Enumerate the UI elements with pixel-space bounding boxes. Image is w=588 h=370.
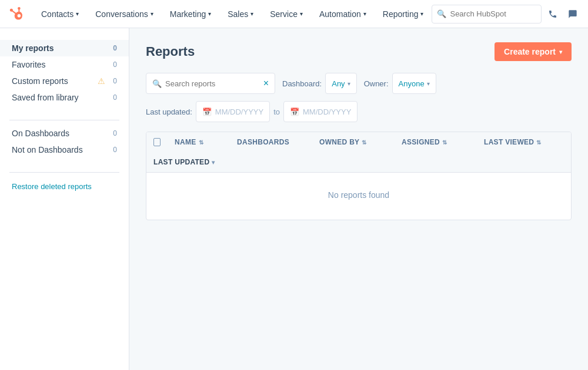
- nav-links: Contacts ▾ Conversations ▾ Marketing ▾ S…: [33, 0, 432, 28]
- table-body: No reports found: [146, 173, 571, 220]
- calendar-icon-2: 📅: [290, 107, 299, 116]
- sidebar-divider: [9, 120, 119, 120]
- header-checkbox-cell[interactable]: [146, 132, 168, 152]
- chevron-down-icon: ▾: [348, 80, 350, 87]
- date-from-input[interactable]: 📅 MM/DD/YYYY: [196, 101, 270, 122]
- sidebar: My reports 0 Favorites 0 Custom reports …: [0, 28, 129, 370]
- nav-sales[interactable]: Sales ▾: [219, 0, 262, 28]
- sort-icon-last-updated: ▾: [212, 159, 215, 166]
- nav-service[interactable]: Service ▾: [262, 0, 311, 28]
- sidebar-item-on-dashboards[interactable]: On Dashboards 0: [0, 125, 129, 142]
- sidebar-dashboards-section: On Dashboards 0 Not on Dashboards 0: [0, 125, 129, 167]
- empty-state-message: No reports found: [146, 173, 571, 217]
- search-clear-icon[interactable]: ×: [263, 78, 269, 89]
- dashboard-filter: Dashboard: Any ▾: [282, 73, 357, 94]
- sidebar-item-favorites[interactable]: Favorites 0: [0, 56, 129, 73]
- chat-icon-button[interactable]: [564, 5, 582, 23]
- nav-right-section: 🔍 IS Inspired Spac ▾: [432, 5, 588, 23]
- sort-icon-assigned: ⇅: [442, 139, 447, 146]
- column-header-dashboards: DASHBOARDS: [230, 132, 312, 152]
- sort-icon-name: ⇅: [199, 139, 203, 146]
- reports-table: NAME ⇅ DASHBOARDS OWNED BY ⇅ ASSIGNED ⇅ …: [146, 132, 572, 220]
- sidebar-item-saved-from-library[interactable]: Saved from library 0: [0, 89, 129, 106]
- sidebar-item-my-reports[interactable]: My reports 0: [0, 40, 129, 56]
- top-navigation: Contacts ▾ Conversations ▾ Marketing ▾ S…: [0, 0, 588, 28]
- column-header-assigned[interactable]: ASSIGNED ⇅: [395, 132, 477, 152]
- page-title: Reports: [146, 44, 195, 59]
- column-header-name[interactable]: NAME ⇅: [168, 132, 230, 152]
- last-updated-filter: Last updated: 📅 MM/DD/YYYY to 📅 MM/DD/YY…: [146, 101, 358, 122]
- date-separator: to: [273, 107, 280, 116]
- sidebar-divider-2: [9, 172, 119, 173]
- page-header: Reports Create report ▾: [146, 42, 572, 61]
- nav-automation[interactable]: Automation ▾: [311, 0, 375, 28]
- hubspot-logo[interactable]: [9, 5, 26, 23]
- chevron-down-icon-2: ▾: [427, 80, 430, 87]
- phone-icon-button[interactable]: [544, 5, 562, 23]
- select-all-checkbox[interactable]: [153, 138, 161, 146]
- calendar-icon: 📅: [202, 107, 212, 116]
- sort-icon-owned-by: ⇅: [362, 139, 366, 146]
- reports-search-input[interactable]: [165, 79, 263, 88]
- sort-icon-last-viewed: ⇅: [536, 139, 541, 146]
- warning-icon: ⚠: [98, 76, 105, 86]
- nav-marketing[interactable]: Marketing ▾: [162, 0, 219, 28]
- main-layout: My reports 0 Favorites 0 Custom reports …: [0, 28, 588, 370]
- global-search-box[interactable]: 🔍: [432, 5, 542, 23]
- nav-conversations[interactable]: Conversations ▾: [87, 0, 162, 28]
- reports-search-box[interactable]: 🔍 ×: [146, 73, 275, 94]
- dashboard-filter-label: Dashboard:: [282, 79, 322, 88]
- sidebar-item-not-on-dashboards[interactable]: Not on Dashboards 0: [0, 142, 129, 158]
- owner-filter-label: Owner:: [364, 79, 389, 88]
- column-header-last-viewed[interactable]: LAST VIEWED ⇅: [477, 132, 571, 152]
- date-to-input[interactable]: 📅 MM/DD/YYYY: [283, 101, 358, 122]
- column-header-last-updated[interactable]: LAST UPDATED ▾: [146, 152, 168, 172]
- create-report-button[interactable]: Create report ▾: [495, 42, 572, 61]
- dropdown-arrow-icon: ▾: [559, 49, 562, 55]
- nav-contacts[interactable]: Contacts ▾: [33, 0, 87, 28]
- nav-reporting[interactable]: Reporting ▾: [375, 0, 432, 28]
- last-updated-label: Last updated:: [146, 107, 192, 116]
- owner-filter: Owner: Anyone ▾: [364, 73, 436, 94]
- global-search-input[interactable]: [450, 9, 536, 18]
- main-content: Reports Create report ▾ 🔍 × Dashboard: A…: [129, 28, 588, 370]
- dashboard-dropdown[interactable]: Any ▾: [325, 73, 356, 94]
- table-header: NAME ⇅ DASHBOARDS OWNED BY ⇅ ASSIGNED ⇅ …: [146, 132, 571, 173]
- column-header-owned-by[interactable]: OWNED BY ⇅: [312, 132, 395, 152]
- sidebar-item-custom-reports[interactable]: Custom reports ⚠ 0: [0, 73, 129, 89]
- restore-deleted-reports-link[interactable]: Restore deleted reports: [0, 177, 129, 196]
- owner-dropdown[interactable]: Anyone ▾: [392, 73, 436, 94]
- search-icon: 🔍: [152, 79, 162, 88]
- help-icon-button[interactable]: [584, 5, 588, 23]
- sidebar-main-section: My reports 0 Favorites 0 Custom reports …: [0, 40, 129, 115]
- search-icon: 🔍: [437, 9, 446, 18]
- filter-bar: 🔍 × Dashboard: Any ▾ Owner: Anyone ▾ Las: [146, 73, 572, 122]
